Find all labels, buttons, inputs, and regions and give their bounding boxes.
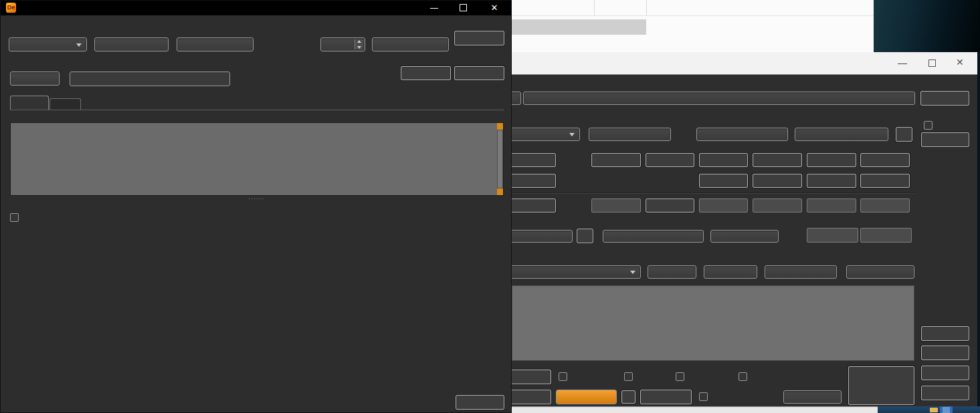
grid-checkbox[interactable] bbox=[10, 213, 19, 222]
size-field[interactable] bbox=[177, 37, 254, 51]
log-button[interactable] bbox=[640, 390, 692, 404]
maximize-button[interactable] bbox=[453, 1, 474, 15]
browse-button[interactable] bbox=[920, 91, 969, 106]
entropy-titlebar[interactable]: De ✕ bbox=[1, 1, 511, 15]
virustotal-button[interactable] bbox=[860, 153, 910, 167]
file-type-combo[interactable] bbox=[512, 128, 580, 141]
entry-point-more-button[interactable] bbox=[896, 127, 912, 142]
close-icon[interactable]: ✕ bbox=[484, 3, 505, 17]
advanced-checkbox[interactable] bbox=[924, 121, 933, 130]
heuristic-scan-checkbox[interactable] bbox=[676, 372, 684, 381]
desktop-background bbox=[874, 0, 980, 52]
scan-button[interactable] bbox=[848, 366, 914, 405]
file-history-button[interactable] bbox=[512, 92, 521, 105]
pe-button[interactable] bbox=[512, 198, 556, 213]
save-diagram-button[interactable] bbox=[454, 66, 504, 80]
options-button[interactable] bbox=[921, 346, 969, 360]
size-of-image-field[interactable] bbox=[710, 230, 779, 243]
mime-button[interactable] bbox=[512, 174, 556, 188]
progress-more-button[interactable] bbox=[621, 390, 635, 404]
export-button bbox=[591, 198, 641, 213]
base-address-field[interactable] bbox=[696, 128, 788, 141]
file-info-button[interactable] bbox=[512, 153, 556, 167]
chevron-down-icon bbox=[630, 271, 635, 274]
scan-results-list[interactable] bbox=[512, 285, 914, 361]
total-entropy-field[interactable] bbox=[10, 72, 60, 86]
hex-button[interactable] bbox=[699, 153, 748, 167]
regions-table[interactable] bbox=[10, 122, 504, 196]
tab-pane-border bbox=[10, 110, 504, 110]
mode-field[interactable] bbox=[704, 265, 757, 279]
reload-button[interactable] bbox=[454, 31, 504, 45]
spinner-arrows-icon[interactable] bbox=[355, 39, 363, 49]
manifest-button bbox=[807, 228, 858, 243]
entropy-diagram[interactable] bbox=[1, 1, 512, 413]
directory-button[interactable] bbox=[512, 390, 551, 404]
entropy-window: De ✕ bbox=[0, 0, 512, 413]
endianness-field[interactable] bbox=[648, 265, 696, 279]
disasm-button[interactable] bbox=[646, 153, 694, 167]
chevron-down-icon bbox=[76, 43, 82, 47]
background-window-edge bbox=[512, 406, 878, 413]
search-button[interactable] bbox=[699, 174, 748, 188]
extractor-button[interactable] bbox=[860, 174, 910, 188]
background-file-window bbox=[512, 0, 874, 52]
signatures-button[interactable] bbox=[807, 153, 856, 167]
close-button[interactable] bbox=[456, 395, 504, 410]
type-field[interactable] bbox=[846, 265, 914, 279]
sections-more-button[interactable] bbox=[577, 229, 593, 243]
resources-button bbox=[699, 198, 748, 213]
minimize-button[interactable] bbox=[423, 1, 445, 15]
scrollbar-thumb[interactable] bbox=[498, 130, 502, 188]
hash-button[interactable] bbox=[753, 174, 802, 188]
sections-count-field[interactable] bbox=[512, 230, 573, 243]
table-scrollbar[interactable] bbox=[497, 123, 503, 195]
entry-point-field[interactable] bbox=[795, 128, 888, 141]
tls-button bbox=[807, 198, 856, 213]
bg-col-divider bbox=[594, 0, 595, 15]
splitter-handle[interactable]: ······ bbox=[1, 195, 512, 202]
type-combo[interactable] bbox=[9, 37, 87, 51]
all-types-checkbox[interactable] bbox=[699, 392, 708, 401]
scan-engine-combo[interactable] bbox=[512, 265, 641, 279]
bg-header-underline bbox=[512, 15, 874, 16]
entropy-button[interactable] bbox=[807, 174, 856, 188]
tab-entropy[interactable] bbox=[10, 96, 49, 110]
die-window-content bbox=[512, 75, 977, 406]
die-maximize-button[interactable] bbox=[928, 59, 936, 67]
about-button[interactable] bbox=[921, 366, 969, 380]
verbose-checkbox[interactable] bbox=[739, 372, 747, 381]
memory-map-button[interactable] bbox=[591, 153, 641, 167]
strings-button[interactable] bbox=[753, 153, 802, 167]
demangle-button[interactable] bbox=[921, 132, 969, 147]
block-size-field[interactable] bbox=[372, 37, 449, 51]
bg-file-row[interactable] bbox=[512, 19, 646, 35]
time-date-stamp-field[interactable] bbox=[603, 230, 704, 243]
scroll-up-icon[interactable] bbox=[497, 123, 503, 130]
deep-scan-checkbox[interactable] bbox=[624, 372, 633, 381]
recursive-scan-checkbox[interactable] bbox=[559, 372, 567, 381]
architecture-field[interactable] bbox=[765, 265, 837, 279]
taskbar-window-icon[interactable] bbox=[940, 406, 953, 413]
shortcuts-button[interactable] bbox=[921, 326, 969, 341]
section-divider bbox=[512, 192, 914, 194]
taskbar-folder-icon[interactable] bbox=[930, 408, 938, 412]
die-window-titlebar[interactable]: ✕ bbox=[512, 52, 977, 75]
dotnet-button bbox=[753, 198, 802, 213]
taskbar bbox=[878, 406, 980, 413]
save-button[interactable] bbox=[401, 66, 451, 80]
tab-bytes[interactable] bbox=[50, 98, 81, 110]
offset-field[interactable] bbox=[94, 37, 169, 51]
import-button[interactable] bbox=[646, 198, 694, 213]
file-path-field[interactable] bbox=[523, 92, 915, 105]
signatures-db-button[interactable] bbox=[512, 370, 551, 384]
overlay-button bbox=[860, 198, 910, 213]
chevron-down-icon bbox=[569, 133, 575, 136]
die-minimize-button[interactable] bbox=[898, 63, 907, 64]
count-spinner[interactable] bbox=[320, 37, 365, 51]
file-size-field[interactable] bbox=[589, 128, 671, 141]
version-button bbox=[860, 228, 912, 243]
die-close-button[interactable]: ✕ bbox=[956, 57, 964, 67]
exit-button[interactable] bbox=[921, 386, 969, 400]
scroll-down-icon[interactable] bbox=[497, 188, 503, 195]
